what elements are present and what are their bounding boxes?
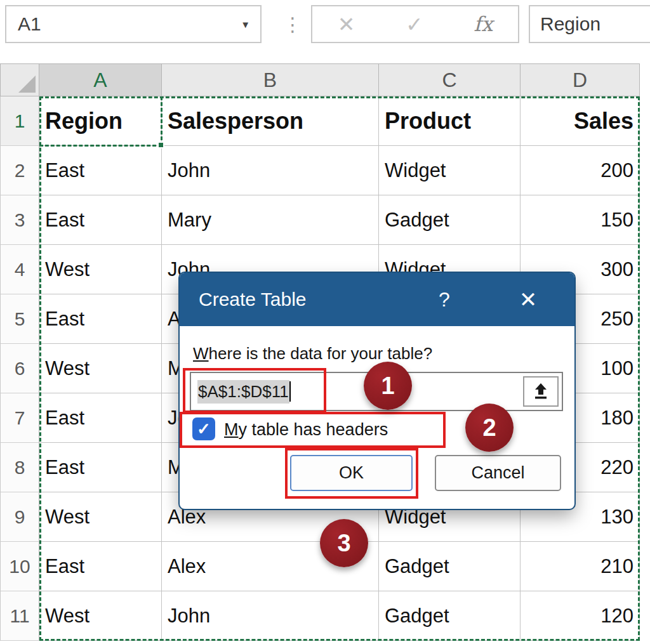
cell-D2[interactable]: 200: [521, 146, 640, 195]
row-header-4[interactable]: 4: [0, 245, 39, 294]
row-header-8[interactable]: 8: [0, 443, 39, 492]
cell-A8[interactable]: East: [39, 443, 162, 492]
row-header-7[interactable]: 7: [0, 393, 39, 443]
confirm-entry-icon[interactable]: ✓: [406, 12, 423, 37]
row-header-9[interactable]: 9: [0, 492, 39, 542]
cell-B2[interactable]: John: [162, 146, 379, 195]
collapse-arrow-icon: [533, 382, 549, 401]
formula-value: Region: [540, 13, 600, 35]
cell-A1[interactable]: Region: [39, 96, 162, 146]
ok-button[interactable]: OK: [290, 455, 413, 491]
row-header-2[interactable]: 2: [0, 146, 39, 195]
checkmark-icon: ✓: [197, 419, 211, 439]
close-icon[interactable]: ✕: [507, 273, 550, 326]
cell-A2[interactable]: East: [39, 146, 162, 195]
row-header-5[interactable]: 5: [0, 294, 39, 344]
cell-D1[interactable]: Sales: [521, 96, 640, 146]
cell-A11[interactable]: West: [39, 591, 162, 641]
step-badge-3: 3: [320, 519, 368, 567]
formula-bar: A1 ▼ ⋮ ✕ ✓ fx Region: [0, 0, 650, 49]
formula-controls: ✕ ✓ fx: [311, 5, 519, 43]
column-header-A[interactable]: A: [39, 63, 162, 96]
name-box-value: A1: [18, 13, 241, 35]
step-badge-1: 1: [364, 362, 412, 410]
column-header-C[interactable]: C: [379, 63, 521, 96]
cell-C1[interactable]: Product: [379, 96, 521, 146]
cancel-entry-icon[interactable]: ✕: [338, 12, 355, 37]
cell-B11[interactable]: John: [162, 591, 379, 641]
formula-bar-resize-handle[interactable]: ⋮: [283, 5, 302, 43]
headers-checkbox-label[interactable]: My table has headers: [224, 420, 388, 440]
fill-handle[interactable]: [157, 141, 164, 148]
select-all-triangle-icon: [18, 76, 36, 93]
help-button[interactable]: ?: [424, 273, 465, 326]
text-cursor: [289, 381, 291, 402]
cell-D10[interactable]: 210: [521, 542, 640, 591]
cell-C2[interactable]: Widget: [379, 146, 521, 195]
create-table-dialog: Create Table ? ✕ Where is the data for y…: [180, 273, 574, 509]
insert-function-icon[interactable]: fx: [474, 12, 493, 36]
cell-A6[interactable]: West: [39, 344, 162, 393]
row-header-10[interactable]: 10: [0, 542, 39, 591]
cell-C11[interactable]: Gadget: [379, 591, 521, 641]
row-header-3[interactable]: 3: [0, 195, 39, 245]
headers-checkbox[interactable]: ✓: [192, 417, 215, 440]
column-header-D[interactable]: D: [521, 63, 640, 96]
formula-input[interactable]: Region: [529, 5, 650, 43]
row-header-11[interactable]: 11: [0, 591, 39, 641]
range-value: $A$1:$D$11: [197, 380, 289, 404]
cell-A4[interactable]: West: [39, 245, 162, 294]
cell-A3[interactable]: East: [39, 195, 162, 245]
cell-A10[interactable]: East: [39, 542, 162, 591]
row-header-6[interactable]: 6: [0, 344, 39, 393]
cell-A9[interactable]: West: [39, 492, 162, 542]
dialog-title: Create Table: [199, 289, 307, 310]
cell-D11[interactable]: 120: [521, 591, 640, 641]
cell-B1[interactable]: Salesperson: [162, 96, 379, 146]
step-badge-2: 2: [465, 404, 514, 452]
cell-B3[interactable]: Mary: [162, 195, 379, 245]
cell-C10[interactable]: Gadget: [379, 542, 521, 591]
select-all-button[interactable]: [0, 63, 39, 96]
range-prompt-label: Where is the data for your table?: [193, 344, 432, 364]
cancel-button[interactable]: Cancel: [435, 455, 561, 491]
name-box[interactable]: A1 ▼: [5, 5, 262, 43]
cell-A5[interactable]: East: [39, 294, 162, 344]
row-header-1[interactable]: 1: [0, 96, 39, 146]
name-box-dropdown-icon[interactable]: ▼: [241, 19, 250, 30]
cell-C3[interactable]: Gadget: [379, 195, 521, 245]
column-header-B[interactable]: B: [162, 63, 379, 96]
cell-D3[interactable]: 150: [521, 195, 640, 245]
collapse-dialog-button[interactable]: [523, 376, 559, 407]
cell-A7[interactable]: East: [39, 393, 162, 443]
